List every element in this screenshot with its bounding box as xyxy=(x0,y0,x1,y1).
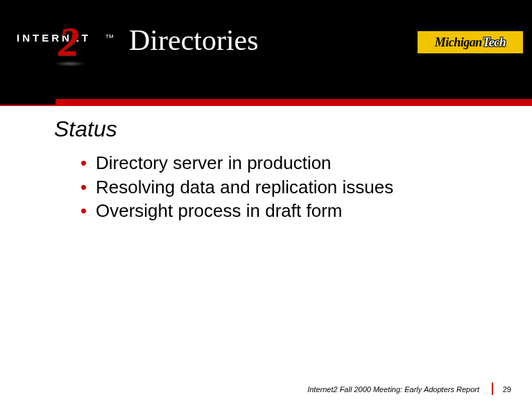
footer-divider xyxy=(492,382,493,395)
list-item: Oversight process in draft form xyxy=(80,200,504,222)
bullet-list: Directory server in production Resolving… xyxy=(80,152,504,222)
footer: Internet2 Fall 2000 Meeting: Early Adopt… xyxy=(0,382,532,394)
slide-title: Directories xyxy=(129,24,259,57)
internet2-logo-tm: TM xyxy=(105,33,114,39)
michigantech-logo-part1: Michigan xyxy=(435,35,482,50)
slide: INTERNET 2 TM Directories MichiganTech S… xyxy=(0,0,532,406)
accent-divider-right xyxy=(55,99,532,106)
internet2-logo-shadow xyxy=(54,61,86,67)
footer-text: Internet2 Fall 2000 Meeting: Early Adopt… xyxy=(307,385,479,394)
internet2-logo: INTERNET 2 TM xyxy=(17,24,114,72)
michigantech-logo-part2: Tech xyxy=(483,35,506,50)
content-area: Status Directory server in production Re… xyxy=(54,116,504,224)
content-subtitle: Status xyxy=(54,116,504,142)
footer-page-number: 29 xyxy=(503,385,511,394)
list-item: Resolving data and replication issues xyxy=(80,176,504,199)
michigantech-logo: MichiganTech xyxy=(417,30,524,54)
accent-divider xyxy=(0,99,532,106)
accent-divider-left xyxy=(0,99,55,106)
internet2-logo-number: 2 xyxy=(58,21,79,62)
list-item: Directory server in production xyxy=(80,152,504,175)
internet2-logo-word: INTERNET xyxy=(17,32,91,44)
header-bar: INTERNET 2 TM Directories MichiganTech xyxy=(0,0,532,101)
